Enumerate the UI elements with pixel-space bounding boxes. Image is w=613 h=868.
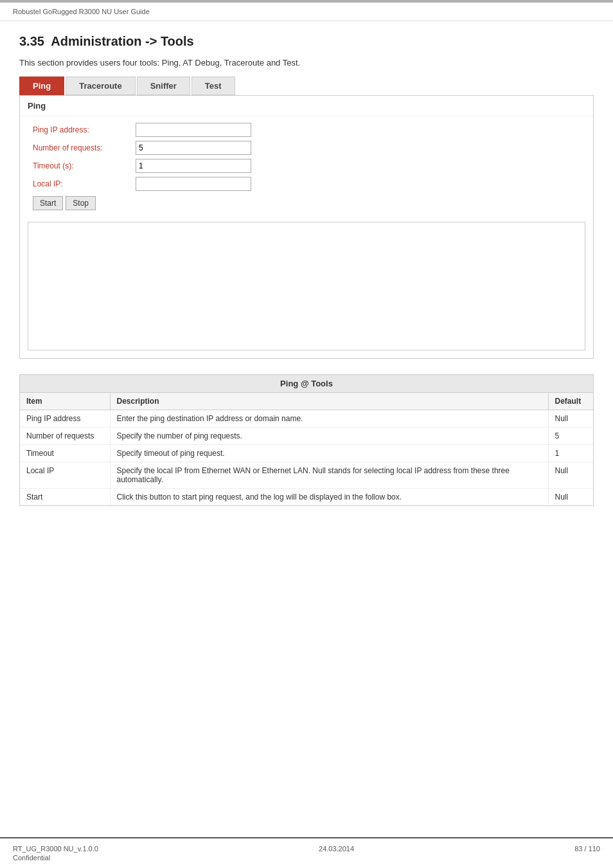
ping-panel: Ping Ping IP address: Number of requests… [19,95,594,359]
cell-item: Number of requests [20,428,110,445]
tab-traceroute[interactable]: Traceroute [66,77,135,95]
cell-default: Null [548,462,593,489]
cell-default: 1 [548,445,593,462]
footer-doc-id: RT_UG_R3000 NU_v.1.0.0 [13,845,98,853]
cell-description: Specify timeout of ping request. [110,445,548,462]
ping-ip-input[interactable] [136,123,251,137]
button-row: Start Stop [33,196,580,210]
cell-description: Click this button to start ping request,… [110,489,548,506]
table-row: Number of requestsSpecify the number of … [20,428,593,445]
tab-bar: Ping Traceroute Sniffer Test [19,77,594,95]
header-title: Robustel GoRugged R3000 NU User Guide [13,8,150,15]
table-row: Ping IP addressEnter the ping destinatio… [20,410,593,428]
tab-sniffer[interactable]: Sniffer [137,77,190,95]
tab-test[interactable]: Test [191,77,235,95]
main-content: 3.35 Administration -> Tools This sectio… [0,21,613,519]
ping-ip-row: Ping IP address: [33,123,580,137]
table-row: TimeoutSpecify timeout of ping request.1 [20,445,593,462]
table-header-row: Item Description Default [20,393,593,410]
ping-panel-header: Ping [20,96,593,116]
ping-ip-label: Ping IP address: [33,125,136,134]
cell-description: Specify the local IP from Ethernet WAN o… [110,462,548,489]
start-button[interactable]: Start [33,196,63,210]
cell-description: Enter the ping destination IP address or… [110,410,548,428]
cell-default: 5 [548,428,593,445]
timeout-label: Timeout (s): [33,161,136,170]
cell-item: Timeout [20,445,110,462]
cell-default: Null [548,410,593,428]
num-requests-input[interactable] [136,141,251,155]
footer-date: 24.03.2014 [319,845,354,862]
log-area [28,222,585,350]
tab-ping[interactable]: Ping [19,77,64,95]
cell-item: Local IP [20,462,110,489]
local-ip-label: Local IP: [33,179,136,188]
footer-page: 83 / 110 [574,845,600,862]
cell-item: Ping IP address [20,410,110,428]
section-title: 3.35 Administration -> Tools [19,34,594,49]
local-ip-row: Local IP: [33,177,580,191]
page-footer: RT_UG_R3000 NU_v.1.0.0 Confidential 24.0… [0,837,613,868]
col-header-description: Description [110,393,548,410]
col-header-default: Default [548,393,593,410]
cell-description: Specify the number of ping requests. [110,428,548,445]
timeout-row: Timeout (s): [33,159,580,173]
timeout-input[interactable] [136,159,251,173]
stop-button[interactable]: Stop [66,196,96,210]
footer-left: RT_UG_R3000 NU_v.1.0.0 Confidential [13,845,98,862]
num-requests-label: Number of requests: [33,143,136,152]
local-ip-input[interactable] [136,177,251,191]
reference-table-wrapper: Ping @ Tools Item Description Default Pi… [19,374,594,506]
cell-default: Null [548,489,593,506]
num-requests-row: Number of requests: [33,141,580,155]
reference-table: Item Description Default Ping IP address… [20,393,593,505]
footer-confidential: Confidential [13,854,98,862]
page-header: Robustel GoRugged R3000 NU User Guide [0,3,613,21]
table-row: Local IPSpecify the local IP from Ethern… [20,462,593,489]
section-description: This section provides users four tools: … [19,58,594,68]
cell-item: Start [20,489,110,506]
table-row: StartClick this button to start ping req… [20,489,593,506]
ping-form: Ping IP address: Number of requests: Tim… [20,116,593,222]
reference-table-title: Ping @ Tools [20,375,593,393]
col-header-item: Item [20,393,110,410]
